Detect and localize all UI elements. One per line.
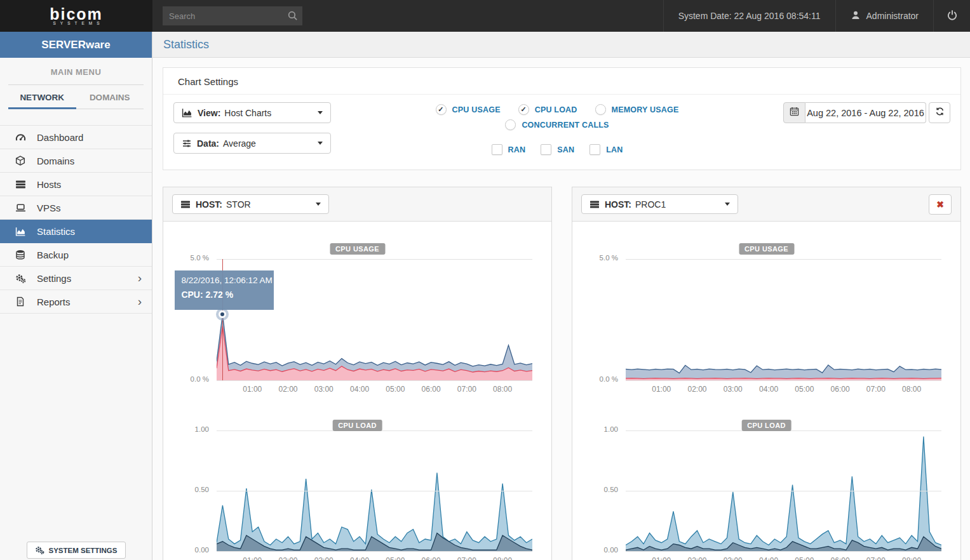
logout-button[interactable]: [933, 0, 970, 32]
close-icon: ✖: [936, 199, 944, 210]
x-tick-label: 08:00: [493, 556, 512, 560]
option-label: MEMORY USAGE: [612, 105, 679, 114]
gauge-icon: [15, 132, 28, 143]
sidebar-item-settings[interactable]: Settings›: [0, 267, 152, 290]
plot-area[interactable]: 8/22/2016, 12:06:12 AMCPU: 2.72 %: [217, 259, 532, 380]
sidebar-item-statistics[interactable]: Statistics: [0, 220, 152, 243]
view-label: View:: [198, 108, 220, 118]
x-tick-label: 07:00: [866, 556, 886, 560]
view-value: Host Charts: [224, 108, 271, 118]
panel-header: HOST: PROC1 ✖: [572, 187, 960, 222]
x-tick-label: 05:00: [795, 556, 814, 560]
option-lan[interactable]: LAN: [589, 144, 623, 155]
gridline: [217, 551, 532, 552]
sidebar-item-label: Reports: [37, 297, 71, 307]
y-tick-label: 0.50: [572, 486, 618, 493]
checked-circle-checkbox-icon[interactable]: ✓: [436, 104, 447, 115]
y-tick-label: 0.50: [163, 486, 209, 493]
gridline: [626, 551, 941, 552]
y-tick-label: 1.00: [572, 425, 618, 433]
servers-icon: [15, 179, 28, 190]
option-ran[interactable]: RAN: [492, 144, 526, 155]
logo-subtext: SYSTEMS: [53, 21, 104, 25]
chevron-down-icon: [725, 203, 730, 206]
chevron-down-icon: [316, 203, 321, 206]
chevron-down-icon: [318, 111, 323, 114]
sidebar-item-domains[interactable]: Domains: [0, 149, 152, 173]
chart-title-badge: CPU USAGE: [330, 243, 385, 255]
chevron-down-icon: [318, 142, 323, 145]
plot-area[interactable]: [626, 259, 941, 380]
sidebar-item-label: Statistics: [37, 226, 75, 237]
system-settings-button[interactable]: SYSTEM SETTINGS: [27, 542, 126, 559]
system-settings-label: SYSTEM SETTINGS: [49, 547, 118, 554]
sidebar-item-hosts[interactable]: Hosts: [0, 173, 152, 196]
sidebar-item-label: Hosts: [37, 179, 61, 190]
calendar-button[interactable]: [783, 102, 805, 123]
search-input[interactable]: [163, 6, 302, 25]
user-menu[interactable]: Administrator: [835, 0, 933, 32]
sidebar-item-backup[interactable]: Backup: [0, 243, 152, 267]
data-dropdown[interactable]: Data: Average: [173, 133, 331, 154]
plot-area[interactable]: [217, 430, 532, 551]
checked-circle-checkbox-icon[interactable]: ✓: [518, 104, 529, 115]
x-tick-label: 08:00: [902, 556, 921, 560]
sidebar-item-dashboard[interactable]: Dashboard: [0, 126, 152, 149]
power-icon: [946, 10, 958, 23]
refresh-button[interactable]: [929, 102, 950, 123]
host-value: STOR: [226, 199, 251, 210]
option-concurrent-calls[interactable]: CONCURRENT CALLS: [505, 119, 609, 130]
refresh-icon: [935, 107, 945, 119]
close-panel-button[interactable]: ✖: [929, 194, 952, 215]
package-icon: [15, 156, 28, 166]
tab-network[interactable]: NETWORK: [8, 85, 76, 109]
network-options: RANSANLAN: [492, 144, 623, 155]
circle-checkbox-icon[interactable]: [505, 119, 516, 130]
sidebar-item-reports[interactable]: Reports›: [0, 290, 152, 314]
host-panel-proc1: HOST: PROC1 ✖ CPU USAGE 01:0002:0003:000…: [572, 187, 961, 560]
date-range-input[interactable]: [805, 102, 926, 123]
host-panel-stor: HOST: STOR CPU USAGE 8/22/2016, 12:06:12…: [163, 187, 552, 560]
report-icon: [15, 297, 28, 307]
sidebar-item-label: Backup: [37, 250, 69, 260]
system-date: System Date: 22 Aug 2016 08:54:11: [663, 0, 835, 32]
tab-domains[interactable]: DOMAINS: [76, 85, 144, 109]
square-checkbox-icon[interactable]: [541, 144, 551, 155]
circle-checkbox-icon[interactable]: [595, 104, 606, 115]
logo-text: bicom: [50, 7, 103, 21]
host-dropdown[interactable]: HOST: STOR: [172, 194, 329, 214]
plot-area[interactable]: [626, 430, 941, 551]
chevron-right-icon: ›: [138, 274, 142, 283]
gridline: [626, 491, 941, 491]
chart-title-badge: CPU LOAD: [741, 420, 791, 431]
chart-title-badge: CPU USAGE: [739, 243, 794, 255]
gridline: [626, 380, 941, 381]
view-dropdown[interactable]: View: Host Charts: [173, 102, 331, 123]
sidebar-item-vpss[interactable]: VPSs: [0, 196, 152, 220]
gridline: [217, 491, 532, 491]
app-title: SERVERware: [0, 32, 152, 58]
gridline: [626, 259, 941, 260]
area-chart-icon: [15, 226, 28, 237]
host-label: HOST:: [605, 199, 631, 210]
chart-settings-card: Chart Settings View: Host Charts Data: A…: [163, 67, 961, 170]
host-dropdown[interactable]: HOST: PROC1: [581, 194, 738, 214]
square-checkbox-icon[interactable]: [492, 144, 502, 155]
sidebar-item-label: Dashboard: [37, 132, 83, 143]
option-label: CONCURRENT CALLS: [522, 121, 609, 130]
metric-row-2: CONCURRENT CALLS: [505, 119, 609, 130]
option-memory-usage[interactable]: MEMORY USAGE: [595, 104, 679, 115]
option-san[interactable]: SAN: [541, 144, 574, 155]
option-cpu-usage[interactable]: ✓CPU USAGE: [436, 104, 501, 115]
date-range-controls: [783, 102, 950, 155]
x-tick-label: 03:00: [724, 556, 743, 560]
y-tick-label: 5.0 %: [572, 254, 618, 262]
search-icon[interactable]: [287, 10, 299, 22]
chart-tooltip: 8/22/2016, 12:06:12 AMCPU: 2.72 %: [175, 270, 274, 310]
x-tick-label: 04:00: [350, 556, 369, 560]
square-checkbox-icon[interactable]: [589, 144, 600, 155]
sliders-icon: [182, 138, 192, 149]
option-label: SAN: [557, 145, 574, 154]
option-cpu-load[interactable]: ✓CPU LOAD: [518, 104, 577, 115]
data-value: Average: [223, 138, 256, 149]
